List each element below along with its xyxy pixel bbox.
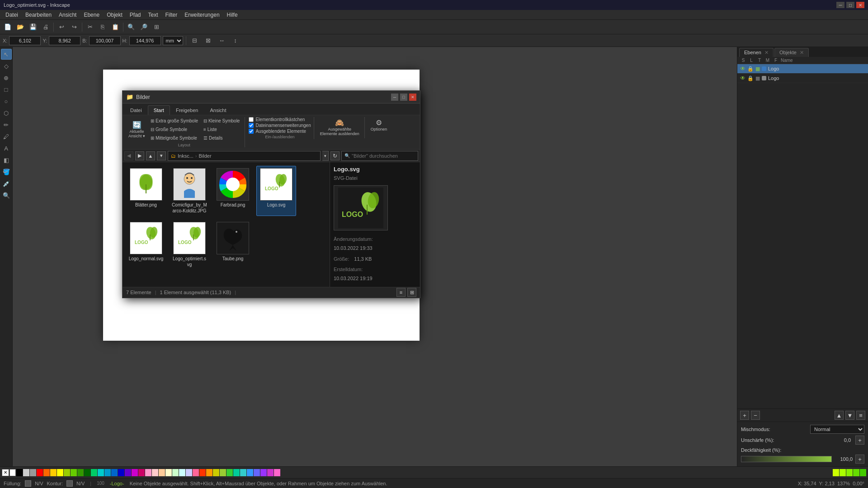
checkbox-ausgeblendet[interactable]: Ausgeblendete Elemente [249,129,311,134]
dialog-titlebar[interactable]: 📁 Bilder ─ □ ✕ [123,91,420,103]
color-chip-dk-green[interactable] [84,469,90,476]
options-button[interactable]: ⚙ Optionen [368,117,390,133]
gradient-tool[interactable]: ◧ [1,155,12,165]
pen-tool[interactable]: 🖊 [1,131,12,142]
color-chip-red2[interactable] [199,469,206,476]
dialog-minimize-button[interactable]: ─ [391,94,398,101]
layer-more-button[interactable]: ≡ [856,411,865,420]
contour-indicator[interactable] [66,480,73,487]
x-input[interactable] [9,36,41,45]
menu-erweiterungen[interactable]: Erweiterungen [181,11,223,19]
node-tool[interactable]: ◇ [1,61,12,71]
color-chip-blue1[interactable] [104,469,111,476]
checkbox-dateinamen[interactable]: Dateinamenserweiterungen [249,123,311,128]
color-chip-orange2[interactable] [50,469,57,476]
zoom-in-button[interactable]: 🔍 [125,21,137,33]
nav-recent-button[interactable]: ▾ [157,151,166,160]
color-chip-grey2[interactable] [30,469,36,476]
color-chip-green1[interactable] [77,469,84,476]
blur-add-button[interactable]: + [855,436,864,445]
rect-tool[interactable]: □ [1,84,12,95]
nav-up-button[interactable]: ▲ [146,151,155,160]
color-chip-peach[interactable] [159,469,165,476]
color-chip-rose[interactable] [274,469,280,476]
zoom-fit-button[interactable]: ⊞ [151,21,162,33]
color-chip-olive[interactable] [213,469,219,476]
dialog-close-button[interactable]: ✕ [409,94,416,101]
fill-tool[interactable]: 🪣 [1,166,12,177]
flip-v-button[interactable]: ↕ [230,35,241,47]
close-button[interactable]: ✕ [856,2,864,8]
color-chip-yl-green[interactable] [64,469,70,476]
opacity-add-button[interactable]: + [855,455,864,464]
dialog-list-view-button[interactable]: ≡ [396,288,406,297]
eyedropper-tool[interactable]: 💉 [1,178,12,189]
path-part-bilder[interactable]: Bilder [199,153,212,159]
copy-button[interactable]: ⎘ [97,21,108,33]
path-dropdown-button[interactable]: ▾ [322,151,329,161]
align-button[interactable]: ⊟ [189,35,201,47]
layer-up-button[interactable]: ▲ [835,411,844,420]
color-chip-purple2[interactable] [132,469,138,476]
color-chip-lt-cyan[interactable] [179,469,185,476]
ribbon-tab-freigeben[interactable]: Freigeben [170,105,204,115]
layer-lock-icon2[interactable]: 🔒 [747,75,754,81]
search-tool[interactable]: 🔍 [1,190,12,201]
tab-close-icon[interactable]: ✕ [764,50,769,55]
align-button2[interactable]: ⊠ [203,35,214,47]
y-input[interactable] [49,36,80,45]
pencil-tool[interactable]: ✏ [1,119,12,130]
color-chip-violet[interactable] [260,469,267,476]
search-box[interactable]: 🔍 [341,151,418,161]
color-chip-lt-blue[interactable] [186,469,192,476]
color-chip-aqua[interactable] [240,469,246,476]
color-chip-dk-blue[interactable] [118,469,124,476]
color-chip-purple1[interactable] [125,469,131,476]
ribbon-tab-datei[interactable]: Datei [124,105,148,115]
select-tool[interactable]: ↖ [1,49,12,60]
add-layer-button[interactable]: + [740,411,749,420]
menu-hilfe[interactable]: Hilfe [223,11,241,19]
color-chip-magenta[interactable] [267,469,274,476]
tab-objekte[interactable]: Objekte ✕ [774,48,809,57]
menu-filter[interactable]: Filter [162,11,181,19]
menu-datei[interactable]: Datei [2,11,22,19]
save-button[interactable]: 💾 [27,21,39,33]
color-chip-sea[interactable] [233,469,240,476]
nav-path-bar[interactable]: 🗂 Inksc... › Bilder [168,151,321,161]
color-chip-lt-green[interactable] [71,469,77,476]
color-chip-orange1[interactable] [43,469,50,476]
color-chip-pink1[interactable] [138,469,145,476]
color-chip-pink2[interactable] [145,469,151,476]
checkbox-elementkontroll[interactable]: Elementkontrollkästchen [249,117,311,122]
color-chip-med-grn[interactable] [226,469,233,476]
tab-close-icon2[interactable]: ✕ [800,50,804,55]
color-chip-hot-pink[interactable] [193,469,199,476]
current-view-button[interactable]: 🔄 Aktuelle Ansicht ▾ [126,119,147,140]
flip-h-button[interactable]: ↔ [216,35,228,47]
width-input[interactable] [89,36,121,45]
color-chip-lt-yell[interactable] [165,469,172,476]
nav-refresh-button[interactable]: ↻ [330,151,340,160]
color-chip-lawn[interactable] [840,469,846,476]
color-chip-yl-grn2[interactable] [220,469,226,476]
menu-ebene[interactable]: Ebene [80,11,103,19]
menu-ansicht[interactable]: Ansicht [55,11,80,19]
color-chip-teal2[interactable] [98,469,104,476]
color-chip-blue2[interactable] [111,469,118,476]
zoom-tool[interactable]: ⊕ [1,72,12,83]
color-chip-green3[interactable] [846,469,853,476]
file-item-blaetter[interactable]: Blätter.png [126,166,166,216]
color-chip-teal1[interactable] [91,469,97,476]
color-chip-grey1[interactable] [23,469,29,476]
file-item-logo-normal[interactable]: LOGO Logo_normal.svg [126,220,166,270]
file-item-comic[interactable]: Comicfigur_by_Marco-Kolditz.JPG [170,166,209,216]
color-chip-lt-pink[interactable] [152,469,158,476]
polygon-tool[interactable]: ⬡ [1,108,12,118]
open-button[interactable]: 📂 [14,21,26,33]
unit-select[interactable]: mm px cm [163,36,183,45]
menu-text[interactable]: Text [145,11,162,19]
color-chip-amber[interactable] [206,469,212,476]
medium-icons-button[interactable]: ⊞ Mittelgroße Symbole [148,134,200,142]
cut-button[interactable]: ✂ [84,21,96,33]
